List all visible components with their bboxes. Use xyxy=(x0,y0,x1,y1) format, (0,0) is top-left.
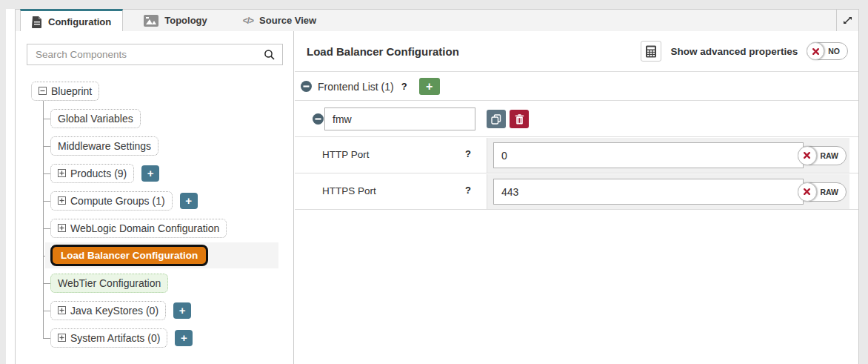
http-port-input[interactable] xyxy=(493,142,804,168)
tab-label: Topology xyxy=(164,15,207,26)
collapse-circle-icon[interactable] xyxy=(301,81,312,92)
raw-toggle[interactable]: RAW xyxy=(798,146,847,165)
tree-row-webtier: WebTier Configuration xyxy=(31,269,289,297)
expand-plus-icon[interactable] xyxy=(58,169,66,177)
field-label: HTTP Port xyxy=(322,149,370,160)
raw-toggle[interactable]: RAW xyxy=(798,182,847,202)
delete-button[interactable] xyxy=(510,110,529,128)
tree-node-load-balancer-selected[interactable]: Load Balancer Configuration xyxy=(50,245,208,266)
tab-source-view[interactable]: </> Source View xyxy=(232,10,327,31)
calculator-button[interactable] xyxy=(641,41,661,62)
field-value-area: RAW xyxy=(487,138,849,173)
tab-bar: Configuration Topology </> Source View xyxy=(15,9,859,32)
image-icon xyxy=(144,15,158,27)
toggle-state-label: RAW xyxy=(817,188,847,196)
frontend-list-header: Frontend List (1) ? + xyxy=(295,73,858,101)
tree-row-compute-groups: Compute Groups (1) + xyxy=(31,187,289,214)
tab-label: Configuration xyxy=(48,16,111,27)
copy-icon xyxy=(491,114,501,125)
tree-row-blueprint: Blueprint xyxy=(31,77,289,105)
tree-node-blueprint[interactable]: Blueprint xyxy=(31,82,99,101)
tree-node-label: WebTier Configuration xyxy=(58,277,161,289)
calculator-icon xyxy=(645,45,657,58)
https-port-input[interactable] xyxy=(493,179,804,205)
copy-button[interactable] xyxy=(487,110,506,128)
tree-node-label: Middleware Settings xyxy=(58,140,151,152)
tree-node-label: Blueprint xyxy=(51,85,92,97)
toggle-state-label: RAW xyxy=(817,151,847,160)
tree-row-products: Products (9) + xyxy=(31,159,289,187)
tree-node-global-variables[interactable]: Global Variables xyxy=(50,109,141,128)
field-help-marker[interactable]: ? xyxy=(465,148,471,159)
expand-plus-icon[interactable] xyxy=(58,224,66,232)
tree-node-compute-groups[interactable]: Compute Groups (1) xyxy=(50,191,173,211)
trash-icon xyxy=(515,114,524,125)
field-row-https-port: HTTPS Port ? RAW xyxy=(295,174,858,210)
tree-node-system-artifacts[interactable]: System Artifacts (0) xyxy=(50,328,167,348)
tree-row-system-artifacts: System Artifacts (0) + xyxy=(31,324,289,351)
advanced-properties-toggle[interactable]: NO xyxy=(807,42,848,60)
frontend-item-row xyxy=(295,102,858,137)
toggle-knob xyxy=(798,182,817,202)
expand-plus-icon[interactable] xyxy=(58,306,66,314)
expand-button[interactable] xyxy=(836,10,858,31)
content-panel: Blueprint Global Variables Middleware Se… xyxy=(15,31,859,364)
component-tree: Blueprint Global Variables Middleware Se… xyxy=(31,77,289,351)
frontend-name-input[interactable] xyxy=(324,107,475,130)
tree-row-load-balancer: Load Balancer Configuration xyxy=(31,242,289,269)
tree-node-middleware-settings[interactable]: Middleware Settings xyxy=(50,136,158,156)
search-input[interactable] xyxy=(27,44,282,64)
frontend-help-marker[interactable]: ? xyxy=(401,81,407,92)
tab-topology[interactable]: Topology xyxy=(133,10,218,31)
add-product-button[interactable]: + xyxy=(141,165,159,182)
code-icon: </> xyxy=(243,16,253,26)
tree-node-webtier[interactable]: WebTier Configuration xyxy=(50,274,168,293)
toggle-knob xyxy=(798,146,817,165)
field-help-marker[interactable]: ? xyxy=(465,185,471,196)
tab-label: Source View xyxy=(259,15,316,26)
panel-header: Load Balancer Configuration Show advance… xyxy=(295,31,858,72)
search-box xyxy=(27,44,283,65)
tree-node-weblogic-domain[interactable]: WebLogic Domain Configuration xyxy=(50,219,227,238)
field-label: HTTPS Port xyxy=(322,185,376,196)
search-icon xyxy=(264,49,276,61)
tree-row-weblogic-domain: WebLogic Domain Configuration xyxy=(31,214,289,242)
add-frontend-button[interactable]: + xyxy=(419,78,440,95)
field-row-http-port: HTTP Port ? RAW xyxy=(295,138,858,173)
tree-node-java-keystores[interactable]: Java KeyStores (0) xyxy=(50,301,166,320)
collapse-circle-icon[interactable] xyxy=(313,113,324,125)
toggle-state-label: NO xyxy=(824,47,847,56)
toggle-knob xyxy=(807,42,824,60)
x-icon xyxy=(804,188,810,195)
add-keystore-button[interactable]: + xyxy=(173,302,191,319)
expand-icon xyxy=(842,15,853,26)
tree-node-label: System Artifacts (0) xyxy=(70,332,160,344)
tree-row-java-keystores: Java KeyStores (0) + xyxy=(31,297,289,324)
sidebar: Blueprint Global Variables Middleware Se… xyxy=(16,31,294,364)
tree-node-label: WebLogic Domain Configuration xyxy=(70,222,219,234)
tree-node-label: Java KeyStores (0) xyxy=(70,305,158,317)
tree-node-label: Global Variables xyxy=(58,113,133,125)
tree-node-label: Products (9) xyxy=(70,168,127,179)
document-icon xyxy=(32,16,42,28)
collapse-icon[interactable] xyxy=(39,87,47,95)
expand-plus-icon[interactable] xyxy=(58,196,66,205)
main-panel: Load Balancer Configuration Show advance… xyxy=(295,31,858,364)
tree-row-global-variables: Global Variables xyxy=(31,105,289,132)
x-icon xyxy=(804,152,810,159)
tree-node-products[interactable]: Products (9) xyxy=(50,164,134,183)
app-window: Configuration Topology </> Source View xyxy=(6,9,859,364)
frontend-list-label: Frontend List (1) xyxy=(318,81,394,93)
add-artifact-button[interactable]: + xyxy=(175,330,193,346)
field-value-area: RAW xyxy=(487,174,849,209)
add-compute-group-button[interactable]: + xyxy=(180,193,198,209)
tree-row-middleware-settings: Middleware Settings xyxy=(31,132,289,159)
expand-plus-icon[interactable] xyxy=(58,334,66,342)
tab-configuration[interactable]: Configuration xyxy=(20,9,123,33)
x-icon xyxy=(812,48,819,55)
page-title: Load Balancer Configuration xyxy=(307,45,459,58)
tree-node-label: Compute Groups (1) xyxy=(70,195,165,207)
advanced-properties-label: Show advanced properties xyxy=(670,46,798,57)
tree-node-label: Load Balancer Configuration xyxy=(61,250,198,261)
